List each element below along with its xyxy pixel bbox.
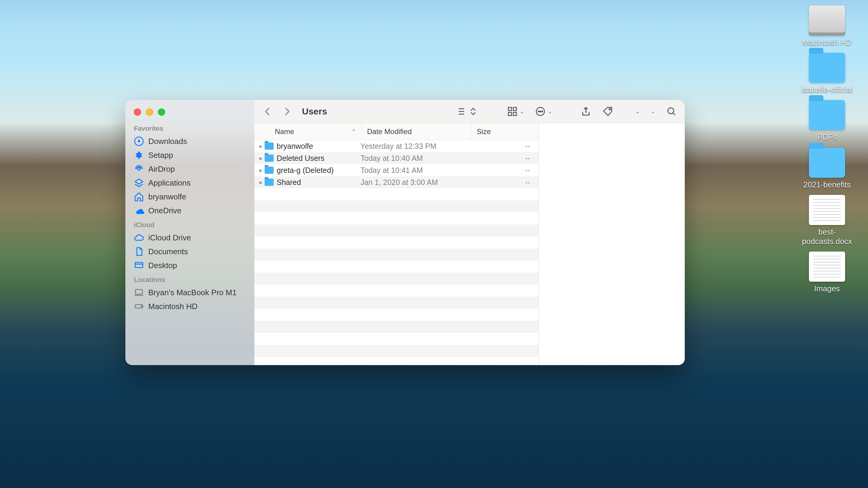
desktop-icon-label: PDFs <box>797 133 857 142</box>
svg-rect-7 <box>513 107 517 111</box>
sidebar-item-label: Applications <box>148 178 190 188</box>
folder-icon <box>265 155 274 162</box>
group-by-button[interactable]: ⌄ <box>507 106 524 117</box>
svg-point-14 <box>609 108 611 110</box>
empty-row <box>254 272 538 285</box>
window-title: Users <box>302 106 327 117</box>
svg-rect-8 <box>508 112 512 116</box>
disclosure-triangle-icon[interactable]: ▸ <box>254 155 264 162</box>
sidebar-item-label: Documents <box>148 247 188 256</box>
zoom-button[interactable] <box>158 108 165 116</box>
home-icon <box>134 192 144 202</box>
sidebar-item-macintosh-hd[interactable]: Macintosh HD <box>130 299 251 313</box>
desktop-icon-folder[interactable]: 2021-benefits <box>797 148 857 190</box>
desktop-icons-column: Macintosh HD isabelle-official PDFs 2021… <box>797 0 857 293</box>
minimize-button[interactable] <box>146 108 153 116</box>
download-icon <box>134 136 144 147</box>
desktop-icon-images[interactable]: Images <box>797 252 857 293</box>
sidebar-item-label: AirDrop <box>148 164 175 174</box>
sidebar-item-label: bryanwolfe <box>148 192 186 201</box>
svg-rect-6 <box>508 107 512 111</box>
file-row[interactable]: ▸greta-g (Deleted)Today at 10:41 AM-- <box>254 164 538 176</box>
sidebar-section-label: Favorites <box>130 121 251 134</box>
sidebar-item-label: Desktop <box>148 261 177 270</box>
apps-icon <box>134 178 144 188</box>
sidebar-item-desktop[interactable]: Desktop <box>130 258 251 272</box>
file-size: -- <box>468 154 538 163</box>
empty-row <box>254 321 538 333</box>
finder-main: Users ⌄ ⌄ <box>254 100 685 365</box>
empty-row <box>254 297 538 309</box>
view-list-button[interactable] <box>455 106 478 117</box>
disclosure-triangle-icon[interactable]: ▸ <box>254 142 264 150</box>
desktop-icon-label: Macintosh HD <box>797 38 857 47</box>
file-date: Jan 1, 2020 at 3:00 AM <box>358 178 468 187</box>
svg-rect-2 <box>135 262 143 267</box>
chevron-down-icon: ⌄ <box>548 108 552 115</box>
finder-split: Name ⌃ Date Modified Size ▸bryanwolfeYes… <box>254 123 685 365</box>
column-headers: Name ⌃ Date Modified Size <box>254 123 538 140</box>
desktop-icon-folder[interactable]: PDFs <box>797 100 857 142</box>
file-size: -- <box>468 166 538 175</box>
back-button[interactable] <box>261 105 274 118</box>
column-header-label: Date Modified <box>367 127 412 136</box>
column-header-label: Name <box>275 127 294 136</box>
desktop-icon-doc[interactable]: best- podcasts.docx <box>797 195 857 246</box>
sidebar-item-home[interactable]: bryanwolfe <box>130 190 251 204</box>
sidebar-item-setapp[interactable]: Setapp <box>130 148 251 162</box>
dropdown-button[interactable]: ⌄ <box>651 108 655 115</box>
column-header-size[interactable]: Size <box>471 123 538 140</box>
sidebar-item-this-mac[interactable]: Bryan’s MacBook Pro M1 <box>130 286 251 299</box>
desktop-icon-label: 2021-benefits <box>797 180 857 190</box>
sidebar-item-icloud-drive[interactable]: iCloud Drive <box>130 231 251 245</box>
sidebar-item-applications[interactable]: Applications <box>130 176 251 190</box>
desktop-icon-disk[interactable]: Macintosh HD <box>797 5 857 47</box>
document-icon <box>809 195 845 225</box>
file-size: -- <box>468 142 538 151</box>
close-button[interactable] <box>134 108 141 116</box>
desktop-icon <box>134 260 144 270</box>
action-menu-button[interactable]: ⌄ <box>535 106 552 117</box>
column-header-date[interactable]: Date Modified <box>362 123 471 140</box>
sidebar-item-documents[interactable]: Documents <box>130 245 251 258</box>
share-button[interactable] <box>581 106 591 117</box>
sidebar-item-downloads[interactable]: Downloads <box>130 134 251 148</box>
svg-point-5 <box>141 306 142 307</box>
sidebar-item-label: Setapp <box>148 151 173 160</box>
onedrive-icon <box>134 205 144 216</box>
file-row[interactable]: ▸SharedJan 1, 2020 at 3:00 AM-- <box>254 176 538 188</box>
file-name: greta-g (Deleted) <box>277 166 358 175</box>
folder-icon <box>809 53 845 83</box>
svg-point-13 <box>542 111 543 112</box>
desktop-icon-folder[interactable]: isabelle-official <box>797 53 857 95</box>
sidebar-item-onedrive[interactable]: OneDrive <box>130 204 251 218</box>
sort-ascending-icon: ⌃ <box>351 128 356 135</box>
sidebar-section-label: Locations <box>130 272 251 286</box>
preview-pane <box>539 123 685 365</box>
file-list-pane: Name ⌃ Date Modified Size ▸bryanwolfeYes… <box>254 123 539 365</box>
chevron-down-icon: ⌄ <box>651 108 655 115</box>
sidebar-item-airdrop[interactable]: AirDrop <box>130 162 251 176</box>
sidebar-item-label: iCloud Drive <box>148 233 191 242</box>
disclosure-triangle-icon[interactable]: ▸ <box>254 167 264 174</box>
search-button[interactable] <box>666 106 677 117</box>
tags-button[interactable] <box>602 106 613 117</box>
column-header-name[interactable]: Name ⌃ <box>254 123 362 140</box>
dropdown-button[interactable]: ⌄ <box>635 108 640 115</box>
file-name: Deleted Users <box>277 154 358 163</box>
finder-toolbar: Users ⌄ ⌄ <box>254 100 685 123</box>
file-name: bryanwolfe <box>277 142 358 151</box>
svg-point-15 <box>668 108 674 114</box>
desktop-background: Macintosh HD isabelle-official PDFs 2021… <box>0 0 868 488</box>
file-date: Yesterday at 12:33 PM <box>358 142 468 151</box>
disclosure-triangle-icon[interactable]: ▸ <box>254 178 264 186</box>
forward-button[interactable] <box>281 105 293 118</box>
file-date: Today at 10:41 AM <box>358 166 468 175</box>
file-rows: ▸bryanwolfeYesterday at 12:33 PM--▸Delet… <box>254 140 538 365</box>
svg-rect-3 <box>135 290 143 294</box>
disk-icon <box>134 301 144 312</box>
file-row[interactable]: ▸Deleted UsersToday at 10:40 AM-- <box>254 152 538 164</box>
empty-row <box>254 345 538 357</box>
empty-row <box>254 236 538 249</box>
file-row[interactable]: ▸bryanwolfeYesterday at 12:33 PM-- <box>254 140 538 152</box>
